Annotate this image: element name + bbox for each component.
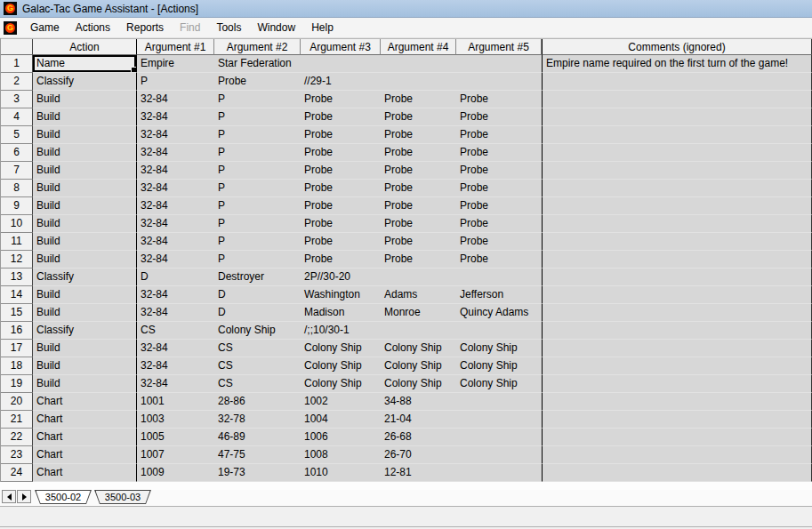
cell-argument-5[interactable]: Jefferson [456, 286, 542, 304]
menu-help[interactable]: Help [303, 19, 342, 36]
cell-argument-4[interactable]: Probe [381, 251, 456, 269]
cell-argument-1[interactable]: 32-84 [137, 197, 214, 215]
cell-argument-2[interactable]: P [214, 126, 301, 144]
cell-argument-2[interactable]: P [214, 144, 301, 162]
cell-argument-4[interactable] [381, 269, 456, 286]
cell-argument-5[interactable]: Probe [456, 144, 542, 162]
cell-argument-1[interactable]: CS [137, 322, 214, 340]
cell-argument-4[interactable]: 12-81 [381, 464, 456, 482]
cell-argument-5[interactable]: Probe [456, 162, 542, 180]
cell-argument-3[interactable]: Probe [301, 162, 381, 180]
cell-argument-2[interactable]: P [214, 197, 301, 215]
cell-argument-3[interactable] [301, 55, 381, 73]
cell-argument-1[interactable]: 1003 [137, 411, 214, 429]
cell-argument-2[interactable]: 32-78 [214, 411, 301, 429]
cell-argument-1[interactable]: P [137, 73, 214, 91]
cell-argument-5[interactable] [456, 393, 542, 411]
cell-argument-5[interactable] [456, 55, 542, 73]
cell-argument-1[interactable]: 32-84 [137, 91, 214, 108]
cell-argument-5[interactable]: Probe [456, 197, 542, 215]
cell-argument-3[interactable]: 1006 [301, 429, 381, 446]
cell-argument-1[interactable]: 1009 [137, 464, 214, 482]
cell-comments[interactable] [542, 73, 812, 91]
cell-argument-4[interactable]: Probe [381, 144, 456, 162]
row-number[interactable]: 2 [1, 73, 33, 91]
cell-argument-3[interactable]: Probe [301, 180, 381, 197]
cell-argument-3[interactable]: Colony Ship [301, 357, 381, 375]
cell-argument-5[interactable] [456, 429, 542, 446]
cell-comments[interactable] [542, 411, 812, 429]
cell-comments[interactable] [542, 180, 812, 197]
row-number[interactable]: 21 [1, 411, 33, 429]
cell-action[interactable]: Build [33, 197, 137, 215]
menu-actions[interactable]: Actions [68, 19, 118, 36]
cell-argument-4[interactable]: Probe [381, 162, 456, 180]
cell-comments[interactable] [542, 233, 812, 251]
cell-argument-1[interactable]: 32-84 [137, 286, 214, 304]
cell-comments[interactable] [542, 269, 812, 286]
tab-scroll-right-button[interactable] [17, 490, 31, 503]
row-number[interactable]: 24 [1, 464, 33, 482]
menu-game[interactable]: Game [22, 19, 68, 36]
cell-comments[interactable] [542, 464, 812, 482]
cell-argument-5[interactable]: Probe [456, 108, 542, 126]
cell-argument-2[interactable]: P [214, 215, 301, 233]
row-number[interactable]: 17 [1, 340, 33, 357]
cell-argument-4[interactable]: 26-68 [381, 429, 456, 446]
row-number[interactable]: 22 [1, 429, 33, 446]
cell-action[interactable]: Chart [33, 429, 137, 446]
column-header-comments[interactable]: Comments (ignored) [542, 39, 812, 55]
cell-argument-3[interactable]: 1002 [301, 393, 381, 411]
cell-argument-2[interactable]: P [214, 162, 301, 180]
cell-comments[interactable] [542, 357, 812, 375]
cell-argument-1[interactable]: 32-84 [137, 215, 214, 233]
cell-argument-2[interactable]: P [214, 108, 301, 126]
cell-argument-3[interactable]: //29-1 [301, 73, 381, 91]
cell-argument-3[interactable]: 1010 [301, 464, 381, 482]
cell-argument-3[interactable]: Colony Ship [301, 375, 381, 393]
menu-tools[interactable]: Tools [208, 19, 249, 36]
cell-argument-5[interactable]: Probe [456, 180, 542, 197]
cell-argument-3[interactable]: Probe [301, 251, 381, 269]
cell-argument-1[interactable]: 32-84 [137, 375, 214, 393]
cell-argument-1[interactable]: 32-84 [137, 180, 214, 197]
row-number[interactable]: 18 [1, 357, 33, 375]
cell-argument-2[interactable]: D [214, 304, 301, 322]
cell-argument-1[interactable]: 1007 [137, 446, 214, 464]
cell-argument-1[interactable]: 1005 [137, 429, 214, 446]
cell-argument-4[interactable]: Probe [381, 180, 456, 197]
row-number[interactable]: 8 [1, 180, 33, 197]
column-header-argument-1[interactable]: Argument #1 [137, 39, 214, 55]
cell-argument-4[interactable]: 34-88 [381, 393, 456, 411]
row-number[interactable]: 9 [1, 197, 33, 215]
cell-comments[interactable] [542, 144, 812, 162]
row-number[interactable]: 19 [1, 375, 33, 393]
cell-action[interactable]: Chart [33, 446, 137, 464]
cell-argument-2[interactable]: Destroyer [214, 269, 301, 286]
cell-comments[interactable] [542, 162, 812, 180]
row-number[interactable]: 13 [1, 269, 33, 286]
cell-action[interactable]: Build [33, 144, 137, 162]
cell-action[interactable]: Build [33, 375, 137, 393]
cell-comments[interactable] [542, 251, 812, 269]
cell-argument-2[interactable]: CS [214, 357, 301, 375]
row-number[interactable]: 23 [1, 446, 33, 464]
cell-argument-1[interactable]: 32-84 [137, 126, 214, 144]
cell-argument-5[interactable]: Colony Ship [456, 357, 542, 375]
cell-argument-5[interactable] [456, 411, 542, 429]
cell-argument-3[interactable]: Probe [301, 126, 381, 144]
cell-comments[interactable] [542, 197, 812, 215]
cell-argument-2[interactable]: 19-73 [214, 464, 301, 482]
cell-argument-1[interactable]: 32-84 [137, 357, 214, 375]
cell-comments[interactable] [542, 340, 812, 357]
cell-action[interactable]: Name [33, 55, 137, 73]
cell-argument-5[interactable] [456, 446, 542, 464]
cell-argument-4[interactable]: Colony Ship [381, 375, 456, 393]
cell-argument-4[interactable]: Probe [381, 91, 456, 108]
cell-argument-1[interactable]: 32-84 [137, 304, 214, 322]
cell-argument-5[interactable]: Probe [456, 91, 542, 108]
row-number[interactable]: 12 [1, 251, 33, 269]
cell-argument-1[interactable]: 1001 [137, 393, 214, 411]
row-number[interactable]: 14 [1, 286, 33, 304]
cell-action[interactable]: Build [33, 286, 137, 304]
